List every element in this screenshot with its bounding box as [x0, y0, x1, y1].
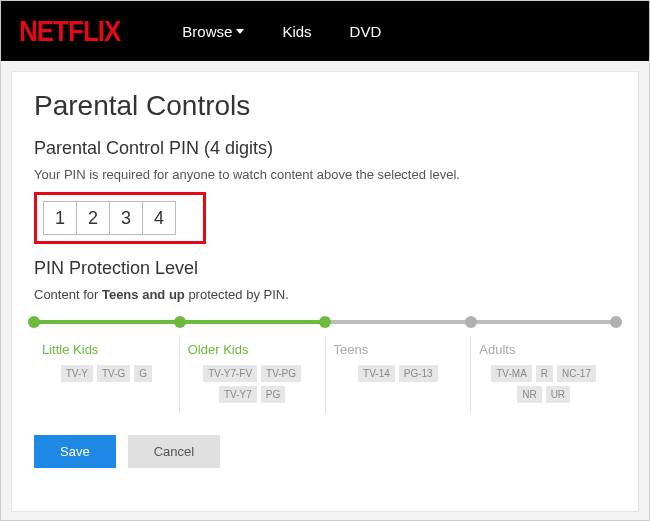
- pin-heading: Parental Control PIN (4 digits): [34, 138, 616, 159]
- nav-browse[interactable]: Browse: [182, 23, 244, 40]
- cancel-button[interactable]: Cancel: [128, 435, 220, 468]
- rating-chip: TV-MA: [491, 365, 532, 382]
- protect-suffix: protected by PIN.: [185, 287, 289, 302]
- save-button[interactable]: Save: [34, 435, 116, 468]
- rating-chip: TV-G: [97, 365, 130, 382]
- slider-dot-1[interactable]: [174, 316, 186, 328]
- slider-track: [34, 320, 616, 324]
- level-little-kids: Little Kids TV-Y TV-G G: [34, 336, 179, 413]
- pin-highlight-box: [34, 192, 206, 244]
- rating-chip: TV-Y: [61, 365, 93, 382]
- header: NETFLIX Browse Kids DVD: [1, 1, 649, 61]
- nav-dvd[interactable]: DVD: [350, 23, 382, 40]
- slider-dot-0[interactable]: [28, 316, 40, 328]
- main: Parental Controls Parental Control PIN (…: [1, 61, 649, 521]
- rating-chip: TV-Y7: [219, 386, 257, 403]
- rating-chip: PG-13: [399, 365, 438, 382]
- rating-chip: TV-14: [358, 365, 395, 382]
- ratings: TV-Y7-FV TV-PG TV-Y7 PG: [188, 365, 317, 403]
- pin-digit-4[interactable]: [142, 201, 176, 235]
- pin-digit-3[interactable]: [109, 201, 143, 235]
- rating-chip: G: [134, 365, 152, 382]
- rating-chip: PG: [261, 386, 285, 403]
- pin-description: Your PIN is required for anyone to watch…: [34, 167, 616, 182]
- protection-text: Content for Teens and up protected by PI…: [34, 287, 616, 302]
- nav-browse-label: Browse: [182, 23, 232, 40]
- rating-chip: TV-Y7-FV: [203, 365, 257, 382]
- rating-chip: TV-PG: [261, 365, 301, 382]
- actions: Save Cancel: [34, 435, 616, 468]
- ratings: TV-Y TV-G G: [42, 365, 171, 382]
- slider-dot-4[interactable]: [610, 316, 622, 328]
- levels-row: Little Kids TV-Y TV-G G Older Kids TV-Y7…: [34, 336, 616, 413]
- netflix-logo: NETFLIX: [19, 13, 120, 49]
- protect-bold: Teens and up: [102, 287, 185, 302]
- rating-chip: R: [536, 365, 553, 382]
- panel: Parental Controls Parental Control PIN (…: [11, 71, 639, 512]
- level-title: Teens: [334, 342, 463, 357]
- ratings: TV-14 PG-13: [334, 365, 463, 382]
- rating-chip: NC-17: [557, 365, 596, 382]
- chevron-down-icon: [236, 29, 244, 34]
- level-heading: PIN Protection Level: [34, 258, 616, 279]
- protect-prefix: Content for: [34, 287, 102, 302]
- pin-digit-1[interactable]: [43, 201, 77, 235]
- level-adults: Adults TV-MA R NC-17 NR UR: [470, 336, 616, 413]
- nav: Browse Kids DVD: [182, 23, 381, 40]
- level-title: Little Kids: [42, 342, 171, 357]
- pin-digit-2[interactable]: [76, 201, 110, 235]
- level-title: Adults: [479, 342, 608, 357]
- ratings: TV-MA R NC-17 NR UR: [479, 365, 608, 403]
- rating-chip: NR: [517, 386, 541, 403]
- slider-dot-3[interactable]: [465, 316, 477, 328]
- rating-chip: UR: [546, 386, 570, 403]
- level-older-kids: Older Kids TV-Y7-FV TV-PG TV-Y7 PG: [179, 336, 325, 413]
- level-title: Older Kids: [188, 342, 317, 357]
- slider-dot-2[interactable]: [319, 316, 331, 328]
- nav-kids[interactable]: Kids: [282, 23, 311, 40]
- pin-row: [43, 201, 175, 235]
- level-teens: Teens TV-14 PG-13: [325, 336, 471, 413]
- page-title: Parental Controls: [34, 90, 616, 122]
- level-slider[interactable]: [34, 320, 616, 324]
